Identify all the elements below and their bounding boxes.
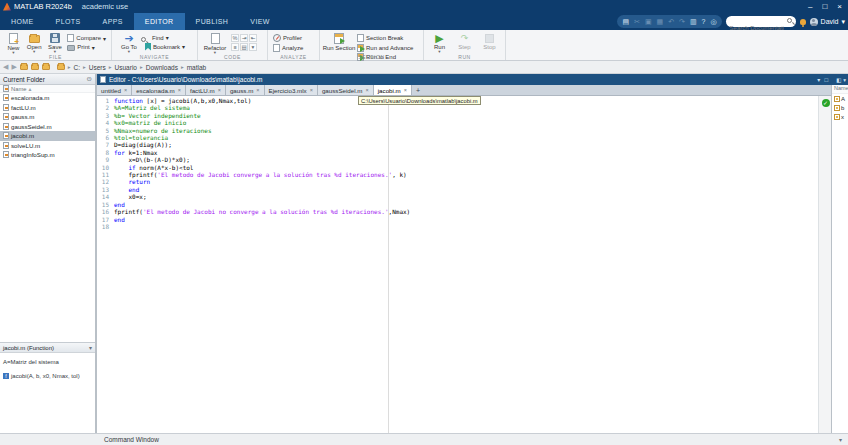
breadcrumb-item-c[interactable]: C: [74,64,81,71]
tab-close-icon[interactable]: × [310,87,313,93]
line-number: 13 [97,186,109,193]
command-window-expand-icon[interactable]: ▾ [839,436,842,443]
ribbon-tab-plots[interactable]: PLOTS [45,13,92,30]
editor-tab-escalonada-m[interactable]: escalonada.m× [132,85,186,95]
file-row-factLU-m[interactable]: factLU.m [0,103,95,113]
search-icon[interactable] [787,18,792,23]
ribbon-tab-view[interactable]: VIEW [239,13,281,30]
find-button[interactable]: Find▾ [145,34,185,41]
file-name: gauss.m [11,113,34,120]
find-icon [141,37,146,42]
workspace-var-A[interactable]: A [832,94,848,103]
editor-titlebar-icons[interactable]: ▾□ [817,74,828,85]
bookmark-icon [145,43,151,51]
code-format-icon-0[interactable]: % [231,34,239,42]
quick-access-zone: ▤✂▣▦↶↷▥?◎ David ▾ [617,14,845,29]
workspace-name-header[interactable]: Name [832,85,848,94]
save-icon[interactable]: ▤ [622,15,629,28]
goto-button[interactable]: ➔ Go To▾ [117,32,141,54]
code-format-icon-1[interactable]: ⇥ [240,34,248,42]
user-menu[interactable]: David ▾ [810,18,845,26]
breadcrumb-item-usuario[interactable]: Usuario [115,64,137,71]
print-icon[interactable]: ▥ [690,15,697,28]
file-row-jacobi-m[interactable]: jacobi.m [0,131,95,141]
editor-tab-gaussSeidel-m[interactable]: gaussSeidel.m× [318,85,374,95]
editor-tab-untitled[interactable]: untitled× [97,85,132,95]
refactor-button[interactable]: Refactor▾ [203,32,227,55]
code-format-icon-4[interactable]: ▤ [240,43,248,51]
command-window-collapsed-bar[interactable]: Command Window ▾ [0,433,848,445]
breadcrumb-item-users[interactable]: Users [89,64,106,71]
details-header[interactable]: jacobi.m (Function) ▾ [0,343,95,353]
stop-button[interactable]: Stop [479,32,500,50]
workspace-titlebar-icon-1[interactable]: ▾ [843,77,846,83]
current-folder-panel: Current Folder ⊙ Name ▴ escalonada.mfact… [0,74,97,433]
file-row-gauss-m[interactable]: gauss.m [0,112,95,122]
workspace-titlebar-icons[interactable]: ◧▾ [836,74,846,85]
breadcrumb-item-downloads[interactable]: Downloads [146,64,178,71]
editor-tab-Ejercicio3-mlx[interactable]: Ejercicio3.mlx× [265,85,318,95]
code-line-7: D=diag(diag(A)); [114,141,817,148]
new-button[interactable]: New▾ [5,32,22,55]
notification-bell-icon[interactable] [800,19,806,25]
panel-collapse-icon[interactable]: ⊙ [87,75,92,83]
new-tab-button[interactable]: + [412,85,424,95]
editor-tab-gauss-m[interactable]: gauss.m× [226,85,265,95]
code-text[interactable]: function [x] = jacobi(A,b,x0,Nmax,tol)%A… [114,97,817,230]
save-button[interactable]: Save▾ [47,32,64,54]
print-button[interactable]: Print▾ [67,44,106,51]
workspace-var-b[interactable]: b [832,103,848,112]
tab-close-icon[interactable]: × [178,87,181,93]
editor-tab-factLU-m[interactable]: factLU.m× [186,85,226,95]
code-format-icon-5[interactable]: ▾ [249,43,257,51]
workspace-titlebar-icon-0[interactable]: ◧ [836,77,841,83]
code-analyzer-bar[interactable]: ✓ [818,96,831,433]
run-and-advance-button[interactable]: Run and Advance [357,44,413,52]
breadcrumb-item-matlab[interactable]: matlab [187,64,207,71]
name-column-header[interactable]: Name ▴ [0,85,95,93]
ribbon-tab-home[interactable]: HOME [0,13,45,30]
tab-close-icon[interactable]: × [124,87,127,93]
editor-titlebar-icon-1[interactable]: □ [824,77,828,83]
file-row-gaussSeidel-m[interactable]: gaussSeidel.m [0,122,95,132]
code-segment: , k) [392,171,406,178]
compare-button[interactable]: Compare▾ [67,34,106,42]
tab-close-icon[interactable]: × [366,87,369,93]
bookmark-button[interactable]: Bookmark▾ [145,43,185,51]
help-icon[interactable]: ? [702,15,706,28]
ribbon-tab-publish[interactable]: PUBLISH [185,13,240,30]
editor-titlebar-icon-0[interactable]: ▾ [817,76,820,83]
code-editor[interactable]: 123456789101112131415161718 function [x]… [97,96,831,433]
tab-close-icon[interactable]: × [404,87,407,93]
file-row-solveLU-m[interactable]: solveLU.m [0,141,95,151]
run-button[interactable]: ▶ Run▾ [429,32,450,54]
code-format-icon-3[interactable]: ≡ [231,43,239,51]
maximize-button[interactable]: □ [822,2,827,11]
back-icon[interactable]: ◀ [3,63,8,71]
tab-close-icon[interactable]: × [218,87,221,93]
code-format-icon-2[interactable]: ⇤ [249,34,257,42]
up-folder-icon[interactable] [31,64,39,70]
editor-tab-jacobi-m[interactable]: jacobi.m× [374,85,412,95]
browse-folder-icon[interactable] [20,64,28,70]
file-row-triangInfoSup-m[interactable]: triangInfoSup.m [0,150,95,160]
close-button[interactable]: × [837,2,842,11]
community-icon[interactable]: ◎ [710,15,716,28]
code-line-9: x=D\(b-(A-D)*x0); [114,156,817,163]
profiler-button[interactable]: Profiler [273,34,303,42]
tab-close-icon[interactable]: × [256,87,259,93]
step-button[interactable]: ↷ Step [454,32,475,50]
file-row-escalonada-m[interactable]: escalonada.m [0,93,95,103]
section-break-button[interactable]: Section Break [357,34,413,42]
minimize-button[interactable]: – [808,2,812,11]
ribbon-tab-editor[interactable]: EDITOR [134,13,185,30]
search-documentation-box[interactable] [726,16,796,27]
forward-icon[interactable]: ▶ [11,63,16,71]
search-folder-icon[interactable] [42,64,50,70]
code-segment: norm(A*x-b)<tol [136,164,194,171]
open-button[interactable]: Open▾ [26,32,43,54]
analyze-button[interactable]: Analyze [273,44,303,52]
ribbon-tab-apps[interactable]: APPS [92,13,134,30]
run-section-button[interactable]: Run Section [325,32,353,51]
workspace-var-x[interactable]: x [832,112,848,121]
